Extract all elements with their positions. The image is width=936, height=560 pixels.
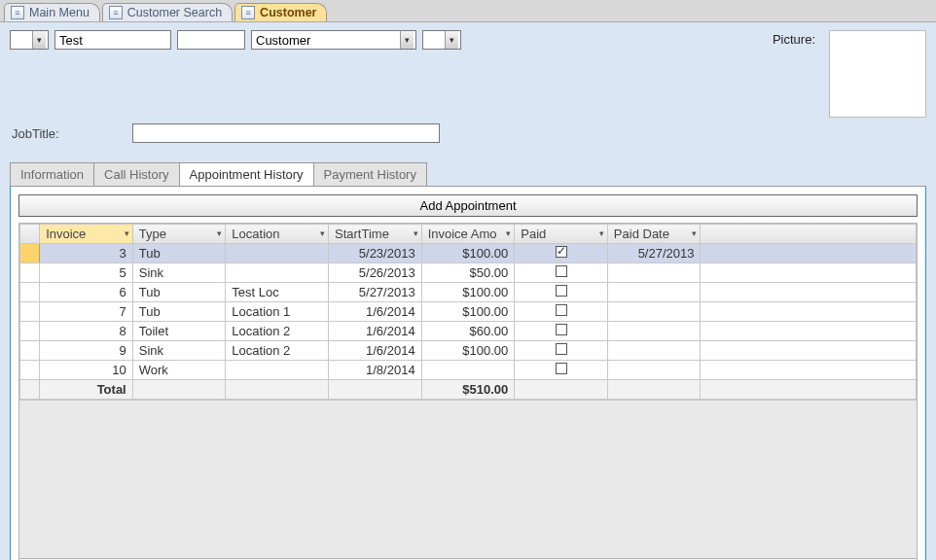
table-row[interactable]: 8ToiletLocation 21/6/2014$60.00 (20, 322, 917, 341)
cell-location[interactable]: Location 1 (226, 302, 329, 322)
tab-call-history[interactable]: Call History (93, 162, 179, 186)
cell-invoice[interactable]: 9 (40, 341, 133, 361)
chevron-down-icon[interactable]: ▾ (32, 31, 46, 49)
window-tab-customer-search[interactable]: ≡Customer Search (102, 3, 233, 21)
cell-amount[interactable]: $100.00 (421, 244, 515, 263)
cell-invoice[interactable]: 5 (40, 263, 133, 283)
col-paid-date[interactable]: Paid Date▾ (607, 225, 701, 244)
middle-name-input[interactable] (177, 30, 245, 50)
cell-type[interactable]: Work (132, 361, 226, 380)
cell-paid[interactable] (515, 283, 608, 302)
table-row[interactable]: 6TubTest Loc5/27/2013$100.00 (20, 283, 917, 302)
cell-paid[interactable] (515, 244, 608, 263)
cell-invoice[interactable]: 3 (40, 244, 133, 263)
cell-amount[interactable]: $100.00 (421, 341, 515, 361)
chevron-down-icon[interactable]: ▾ (400, 31, 414, 49)
last-name-combo[interactable]: ▾ (251, 30, 416, 50)
cell-amount[interactable]: $100.00 (421, 283, 515, 302)
cell-location[interactable] (226, 244, 329, 263)
jobtitle-input[interactable] (132, 123, 440, 143)
chevron-down-icon[interactable]: ▾ (599, 228, 604, 238)
checkbox-icon[interactable] (556, 246, 567, 258)
cell-paid-date[interactable] (607, 341, 701, 361)
cell-invoice[interactable]: 7 (40, 302, 133, 322)
checkbox-icon[interactable] (556, 343, 567, 355)
row-selector[interactable] (20, 244, 40, 263)
cell-paid[interactable] (515, 341, 608, 361)
cell-location[interactable] (226, 263, 329, 283)
row-selector[interactable] (20, 322, 40, 341)
cell-start[interactable]: 5/27/2013 (329, 283, 422, 302)
cell-location[interactable]: Location 2 (226, 341, 329, 361)
col-type[interactable]: Type▾ (132, 225, 226, 244)
picture-box[interactable] (829, 30, 926, 118)
cell-paid-date[interactable] (607, 302, 701, 322)
chevron-down-icon[interactable]: ▾ (320, 228, 325, 238)
row-selector[interactable] (20, 263, 40, 283)
cell-location[interactable]: Test Loc (226, 283, 329, 302)
cell-paid[interactable] (515, 302, 608, 322)
cell-paid[interactable] (515, 263, 608, 283)
cell-paid-date[interactable]: 5/27/2013 (607, 244, 701, 263)
col-invoice-amo[interactable]: Invoice Amo▾ (421, 225, 515, 244)
row-selector-header[interactable] (20, 225, 40, 244)
cell-start[interactable]: 1/6/2014 (329, 302, 422, 322)
prefix-input[interactable] (11, 31, 32, 49)
col-location[interactable]: Location▾ (226, 225, 329, 244)
suffix-combo[interactable]: ▾ (422, 30, 461, 50)
cell-start[interactable]: 1/6/2014 (329, 341, 422, 361)
window-tab-main-menu[interactable]: ≡Main Menu (4, 3, 100, 21)
cell-paid[interactable] (515, 322, 608, 341)
cell-paid-date[interactable] (607, 361, 701, 380)
first-name-input[interactable] (54, 30, 171, 50)
col-invoice[interactable]: Invoice▾ (40, 225, 133, 244)
chevron-down-icon[interactable]: ▾ (414, 228, 418, 238)
cell-type[interactable]: Tub (132, 283, 226, 302)
cell-paid-date[interactable] (607, 322, 701, 341)
tab-appointment-history[interactable]: Appointment History (179, 162, 314, 186)
cell-invoice[interactable]: 10 (40, 361, 133, 380)
table-row[interactable]: 10Work1/8/2014 (20, 361, 917, 380)
cell-start[interactable]: 1/6/2014 (329, 322, 422, 341)
chevron-down-icon[interactable]: ▾ (445, 31, 458, 49)
table-row[interactable]: 7TubLocation 11/6/2014$100.00 (20, 302, 917, 322)
cell-type[interactable]: Toilet (132, 322, 226, 341)
chevron-down-icon[interactable]: ▾ (692, 228, 697, 238)
checkbox-icon[interactable] (556, 304, 567, 316)
checkbox-icon[interactable] (556, 285, 567, 297)
cell-start[interactable]: 5/23/2013 (329, 244, 422, 263)
table-row[interactable]: 5Sink5/26/2013$50.00 (20, 263, 917, 283)
cell-paid-date[interactable] (607, 263, 701, 283)
cell-invoice[interactable]: 8 (40, 322, 133, 341)
cell-type[interactable]: Tub (132, 302, 226, 322)
checkbox-icon[interactable] (556, 363, 567, 374)
col-starttime[interactable]: StartTime▾ (329, 225, 422, 244)
cell-amount[interactable]: $100.00 (421, 302, 515, 322)
cell-location[interactable] (226, 361, 329, 380)
tab-payment-history[interactable]: Payment History (313, 162, 427, 186)
cell-type[interactable]: Sink (132, 341, 226, 361)
cell-start[interactable]: 1/8/2014 (329, 361, 422, 380)
appointment-grid[interactable]: Invoice▾Type▾Location▾StartTime▾Invoice … (19, 224, 917, 400)
cell-amount[interactable] (421, 361, 515, 380)
suffix-input[interactable] (423, 31, 445, 49)
row-selector[interactable] (20, 361, 40, 380)
window-tab-customer[interactable]: ≡Customer (234, 3, 327, 21)
row-selector[interactable] (20, 283, 40, 302)
row-selector[interactable] (20, 341, 40, 361)
prefix-combo[interactable]: ▾ (10, 30, 49, 50)
chevron-down-icon[interactable]: ▾ (217, 228, 222, 238)
last-name-input[interactable] (252, 31, 400, 49)
cell-amount[interactable]: $50.00 (421, 263, 515, 283)
chevron-down-icon[interactable]: ▾ (506, 228, 511, 238)
cell-type[interactable]: Tub (132, 244, 226, 263)
cell-start[interactable]: 5/26/2013 (329, 263, 422, 283)
row-selector[interactable] (20, 302, 40, 322)
checkbox-icon[interactable] (556, 265, 567, 277)
cell-invoice[interactable]: 6 (40, 283, 133, 302)
cell-location[interactable]: Location 2 (226, 322, 329, 341)
table-row[interactable]: 9SinkLocation 21/6/2014$100.00 (20, 341, 917, 361)
cell-paid-date[interactable] (607, 283, 701, 302)
table-row[interactable]: 3Tub5/23/2013$100.005/27/2013 (20, 244, 917, 263)
chevron-down-icon[interactable]: ▾ (125, 228, 129, 238)
